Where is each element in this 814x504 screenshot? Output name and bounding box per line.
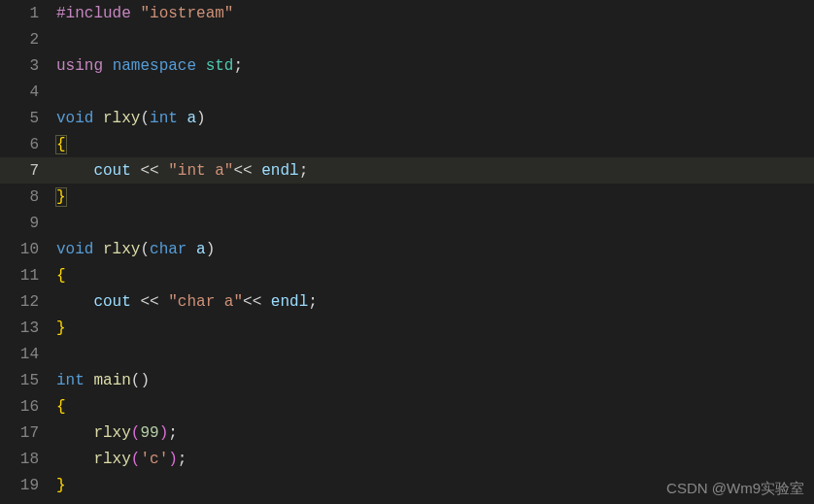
code-content[interactable]: rlxy(99); bbox=[56, 424, 814, 442]
code-content[interactable]: } bbox=[56, 319, 814, 337]
code-line[interactable]: 1#include "iostream" bbox=[0, 0, 814, 26]
code-line[interactable]: 19} bbox=[0, 472, 814, 498]
code-line[interactable]: 14 bbox=[0, 341, 814, 367]
line-number: 19 bbox=[0, 477, 56, 494]
code-line[interactable]: 9 bbox=[0, 210, 814, 236]
code-line[interactable]: 6{ bbox=[0, 131, 814, 157]
code-content[interactable]: void rlxy(int a) bbox=[56, 110, 814, 127]
line-number: 2 bbox=[0, 31, 56, 49]
code-line[interactable]: 16{ bbox=[0, 393, 814, 420]
code-content[interactable]: void rlxy(char a) bbox=[56, 241, 814, 258]
code-line[interactable]: 15int main() bbox=[0, 367, 814, 393]
line-number: 11 bbox=[0, 267, 56, 285]
line-number: 8 bbox=[0, 188, 56, 206]
line-number: 15 bbox=[0, 372, 56, 389]
code-content[interactable]: #include "iostream" bbox=[56, 5, 814, 22]
code-content[interactable]: } bbox=[56, 477, 814, 494]
code-line[interactable]: 2 bbox=[0, 26, 814, 52]
code-content[interactable]: } bbox=[56, 188, 814, 206]
code-content[interactable]: using namespace std; bbox=[56, 57, 814, 75]
line-number: 18 bbox=[0, 451, 56, 468]
code-line[interactable]: 10void rlxy(char a) bbox=[0, 236, 814, 262]
line-number: 6 bbox=[0, 136, 56, 153]
code-content[interactable]: { bbox=[56, 267, 814, 285]
line-number: 5 bbox=[0, 110, 56, 127]
code-content[interactable]: rlxy('c'); bbox=[56, 451, 814, 468]
code-line[interactable]: 17 rlxy(99); bbox=[0, 420, 814, 446]
line-number: 16 bbox=[0, 398, 56, 416]
code-content[interactable]: cout << "int a"<< endl; bbox=[56, 162, 814, 180]
code-line[interactable]: 11{ bbox=[0, 262, 814, 288]
line-number: 7 bbox=[0, 162, 56, 180]
line-number: 9 bbox=[0, 215, 56, 232]
line-number: 14 bbox=[0, 346, 56, 363]
line-number: 17 bbox=[0, 424, 56, 442]
code-content[interactable]: { bbox=[56, 136, 814, 153]
line-number: 3 bbox=[0, 57, 56, 75]
code-line[interactable]: 12 cout << "char a"<< endl; bbox=[0, 288, 814, 315]
code-line[interactable]: 7 cout << "int a"<< endl; bbox=[0, 157, 814, 184]
line-number: 1 bbox=[0, 5, 56, 22]
line-number: 10 bbox=[0, 241, 56, 258]
code-content[interactable]: int main() bbox=[56, 372, 814, 389]
code-line[interactable]: 18 rlxy('c'); bbox=[0, 446, 814, 472]
code-content[interactable]: { bbox=[56, 398, 814, 416]
code-line[interactable]: 3using namespace std; bbox=[0, 52, 814, 79]
code-editor[interactable]: 1#include "iostream"23using namespace st… bbox=[0, 0, 814, 498]
code-line[interactable]: 5void rlxy(int a) bbox=[0, 105, 814, 131]
code-line[interactable]: 13} bbox=[0, 315, 814, 341]
line-number: 4 bbox=[0, 84, 56, 101]
line-number: 12 bbox=[0, 293, 56, 311]
code-line[interactable]: 8} bbox=[0, 184, 814, 210]
code-content[interactable]: cout << "char a"<< endl; bbox=[56, 293, 814, 311]
code-line[interactable]: 4 bbox=[0, 79, 814, 105]
line-number: 13 bbox=[0, 319, 56, 337]
